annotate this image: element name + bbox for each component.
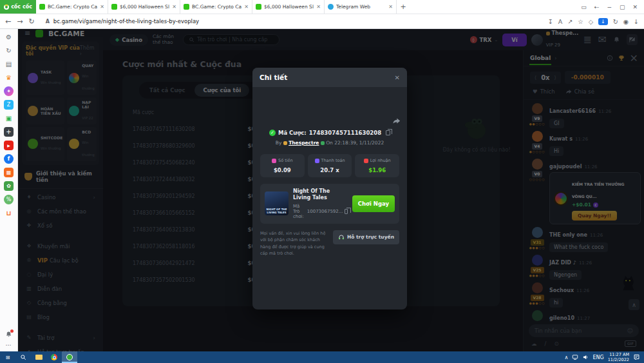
- minimize-button[interactable]: −: [607, 4, 612, 10]
- tab-close-icon[interactable]: ✕: [244, 4, 249, 10]
- tab-favicon: [256, 4, 261, 10]
- stat-card: Số tiền $0.09: [260, 154, 305, 177]
- download-button[interactable]: ↓: [598, 18, 608, 25]
- clock[interactable]: 11:27 AM11/2/2022: [608, 352, 629, 362]
- stat-card: Lợi nhuận $1.96: [355, 154, 399, 177]
- coccoc-cup-icon: [4, 5, 9, 10]
- profile-icon[interactable]: ◉: [623, 18, 629, 25]
- badge-icon: [283, 141, 287, 145]
- screen: cốc cốc BC.Game: Crypto Casino Gan ✕ $6,…: [0, 0, 644, 363]
- game-thumbnail[interactable]: NIGHT OF THE LIVING TALES: [265, 191, 289, 215]
- by-label: By: [276, 140, 282, 146]
- more-options-icon[interactable]: ⋯: [6, 342, 12, 348]
- close-window-button[interactable]: ✕: [632, 4, 638, 10]
- stat-card: Thanh toán 20.7 x: [308, 154, 352, 177]
- tab-close-icon[interactable]: ✕: [172, 4, 176, 10]
- tab-favicon: [328, 4, 334, 10]
- tab-preview-icon[interactable]: ▭: [581, 4, 587, 10]
- stat-icon: [364, 159, 368, 163]
- browser-sidebar-icon[interactable]: ⊔: [4, 208, 14, 218]
- browser-tab[interactable]: $6,000 Halloween Slot Battle ✕: [108, 0, 180, 14]
- browser-sidebar-icon[interactable]: ▤: [4, 59, 14, 69]
- chrome-icon[interactable]: [46, 351, 62, 363]
- verified-icon: ✓: [269, 130, 276, 136]
- bcgame-site: ≡ BC.GAME Đặc quyền VIP của tôi Thêm › T…: [18, 29, 644, 351]
- taskbar-search-icon[interactable]: [15, 351, 31, 363]
- stat-label: Thanh toán: [321, 158, 345, 163]
- tab-title: $6,000 Halloween Slot Battle: [264, 4, 314, 10]
- language-indicator[interactable]: ENG: [592, 355, 603, 360]
- forward-button[interactable]: →: [17, 17, 23, 26]
- reload-button[interactable]: ↻: [28, 17, 34, 26]
- bet-details-modal: Chi tiết ✕ ✓ Mã Cược: 174830745711163020…: [252, 68, 407, 309]
- tab-close-icon[interactable]: ✕: [100, 4, 104, 10]
- live-support-button[interactable]: Hỗ trợ trực tuyến: [333, 230, 399, 244]
- url-box[interactable]: A bc.game/vi/game/night-of-the-living-ta…: [41, 17, 542, 26]
- browser-sidebar-icon[interactable]: +: [4, 127, 14, 137]
- share-bet-icon[interactable]: [392, 117, 401, 125]
- sync-icon[interactable]: ↻: [613, 18, 618, 25]
- stat-value: 20.7 x: [309, 167, 351, 173]
- browser-sidebar-icon[interactable]: ✦: [4, 86, 14, 96]
- support-note: Mọi vấn đề, xin vui lòng liên hệ với bộ …: [260, 230, 328, 257]
- browser-sidebar-icon[interactable]: f: [4, 154, 14, 164]
- network-icon[interactable]: [572, 354, 578, 360]
- browser-tab[interactable]: Telegram Web ✕: [325, 0, 397, 14]
- tab-favicon: [184, 4, 189, 10]
- tab-favicon: [111, 4, 117, 10]
- shield-icon[interactable]: ◇: [589, 18, 593, 25]
- browser-tab[interactable]: $6,000 Halloween Slot Battle ✕: [252, 0, 325, 14]
- browser-sidebar-icon[interactable]: ⚙: [4, 32, 14, 42]
- start-button[interactable]: ⊞: [0, 351, 15, 363]
- stat-icon: [272, 159, 276, 163]
- tab-send-icon[interactable]: ⇠: [594, 4, 600, 10]
- stat-label: Số tiền: [278, 158, 293, 163]
- game-name: Night Of The Living Tales: [293, 188, 348, 202]
- address-bar: ← → ↻ A bc.game/vi/game/night-of-the-liv…: [0, 14, 644, 29]
- browser-sidebar-icon[interactable]: ↻: [4, 46, 14, 55]
- translate-icon[interactable]: A: [558, 18, 563, 25]
- bettor-username[interactable]: Thespectre: [289, 140, 319, 146]
- browser-tabstrip: cốc cốc BC.Game: Crypto Casino Gan ✕ $6,…: [0, 0, 644, 14]
- tab-close-icon[interactable]: ✕: [316, 4, 321, 10]
- file-explorer-icon[interactable]: [31, 351, 46, 363]
- browser-tab[interactable]: BC.Game: Crypto Casino Gan ✕: [180, 0, 252, 14]
- stat-label: Lợi nhuận: [370, 158, 391, 163]
- bookmark-star-icon[interactable]: ☆: [578, 18, 583, 25]
- close-modal-icon[interactable]: ✕: [395, 74, 400, 81]
- play-now-button[interactable]: Chơi Ngay: [352, 195, 395, 212]
- url-text: bc.game/vi/game/night-of-the-living-tale…: [53, 18, 199, 25]
- copy-icon[interactable]: [386, 130, 390, 135]
- site-security-icon[interactable]: A: [46, 19, 50, 25]
- browser-sidebar-icon[interactable]: ▣: [4, 113, 14, 123]
- downloads-tray-icon[interactable]: ↓: [634, 18, 639, 25]
- browser-sidebar-icon[interactable]: ▦: [4, 168, 14, 177]
- speaker-icon[interactable]: [582, 354, 589, 360]
- coccoc-logo[interactable]: cốc cốc: [0, 0, 36, 14]
- browser-sidebar-icon[interactable]: ▶: [4, 141, 14, 150]
- bet-id-label: Mã Cược:: [278, 130, 307, 136]
- back-button[interactable]: ←: [5, 17, 11, 26]
- browser-sidebar-icon[interactable]: Z: [4, 100, 14, 110]
- crocodile-emoji-icon: [321, 141, 325, 145]
- notifications-bell-icon[interactable]: [5, 331, 12, 338]
- save-page-icon[interactable]: ↧: [548, 18, 553, 25]
- action-center-icon[interactable]: [633, 354, 640, 361]
- share-icon[interactable]: ↗: [567, 18, 573, 25]
- copy-icon[interactable]: [345, 209, 347, 214]
- stat-icon: [315, 159, 319, 163]
- browser-tab[interactable]: BC.Game: Crypto Casino Gan ✕: [36, 0, 108, 14]
- tab-title: BC.Game: Crypto Casino Gan: [48, 4, 97, 10]
- game-id-label: Mã Trò chơi:: [293, 204, 306, 219]
- headset-icon: [338, 234, 345, 240]
- tray-expand-icon[interactable]: ∧: [565, 355, 569, 360]
- maximize-button[interactable]: ▢: [620, 4, 625, 10]
- coccoc-taskbar-icon[interactable]: [62, 351, 77, 363]
- new-tab-button[interactable]: +: [397, 0, 410, 14]
- browser-sidebar-icon[interactable]: %: [4, 195, 14, 204]
- browser-sidebar: ⚙↻▤♛✦Z▣+▶f▦✿%⊔ ⋯: [0, 29, 18, 351]
- tab-close-icon[interactable]: ✕: [388, 4, 393, 10]
- stat-value: $0.09: [261, 167, 303, 173]
- browser-sidebar-icon[interactable]: ✿: [4, 181, 14, 191]
- browser-sidebar-icon[interactable]: ♛: [4, 73, 14, 83]
